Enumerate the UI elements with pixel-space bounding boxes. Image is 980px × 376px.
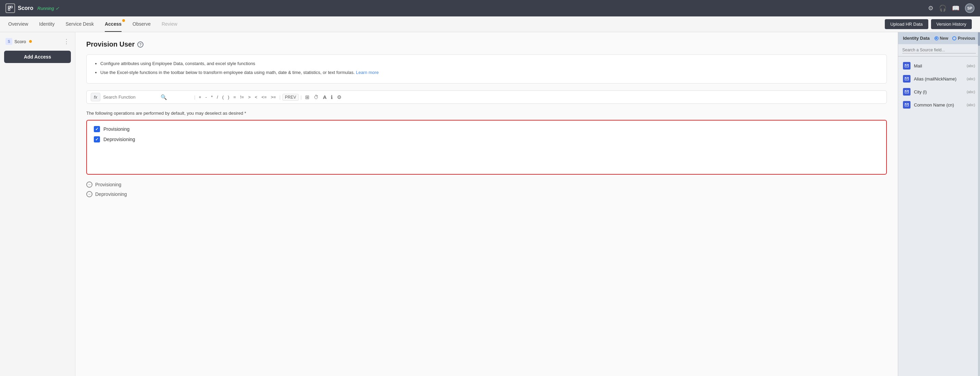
field-alias-icon <box>903 75 910 83</box>
right-panel-search <box>898 44 980 56</box>
tab-observe[interactable]: Observe <box>132 16 151 32</box>
right-panel-header: Identity Data New Previous <box>898 32 980 44</box>
top-bar-left: Scoro Running ✓ <box>5 3 59 13</box>
operations-label: The following operations are performed b… <box>86 111 887 116</box>
scrollbar-thumb <box>978 32 980 46</box>
field-cn-icon <box>903 101 910 108</box>
app-name: Scoro <box>18 5 33 11</box>
collapsed-deprovisioning: − Deprovisioning <box>86 191 887 197</box>
field-city-type: (abc) <box>967 90 975 94</box>
sidebar-brand-name: Scoro <box>14 39 26 44</box>
collapse-deprovisioning-icon[interactable]: − <box>86 191 92 197</box>
field-cn-type: (abc) <box>967 103 975 107</box>
prev-button[interactable]: PREV <box>283 94 299 101</box>
main-layout: S Scoro ⋮ Add Access Provision User ? Co… <box>0 32 980 376</box>
field-item-cn[interactable]: Common Name (cn) (abc) <box>898 98 980 111</box>
op-gt[interactable]: > <box>247 94 252 100</box>
book-icon[interactable]: 📖 <box>952 5 959 12</box>
op-minus[interactable]: - <box>204 94 208 100</box>
collapse-provisioning-icon[interactable]: − <box>86 182 92 188</box>
radio-group: New Previous <box>934 36 975 41</box>
op-plus[interactable]: + <box>197 94 203 100</box>
deprovisioning-label: Deprovisioning <box>103 137 135 142</box>
scrollbar-track[interactable] <box>978 32 980 376</box>
info-icon[interactable]: ℹ <box>329 94 334 101</box>
second-nav: Overview Identity Service Desk Access Ob… <box>0 16 980 32</box>
version-history-button[interactable]: Version History <box>931 19 972 29</box>
field-alias-type: (abc) <box>967 77 975 81</box>
info-bullet-2: Use the Excel-style functions in the too… <box>100 69 880 76</box>
provisioning-checkbox[interactable] <box>94 126 100 132</box>
clock-icon[interactable]: ⏱ <box>312 94 320 101</box>
text-icon[interactable]: A <box>321 94 328 101</box>
op-divide[interactable]: / <box>215 94 220 100</box>
op-notequals[interactable]: != <box>239 94 245 100</box>
settings-icon[interactable]: ⚙ <box>928 5 934 12</box>
config-icon[interactable]: ⚙ <box>336 94 343 101</box>
op-lt[interactable]: < <box>253 94 259 100</box>
op-rparen[interactable]: ) <box>226 94 231 100</box>
help-icon[interactable]: ? <box>137 41 143 48</box>
field-mail-type: (abc) <box>967 64 975 68</box>
info-bullet-1: Configure attributes using Employee Data… <box>100 60 880 67</box>
nav-buttons: Upload HR Data Version History <box>885 19 972 29</box>
grid-icon[interactable]: ⊞ <box>304 94 311 101</box>
sidebar-info-dot <box>29 40 32 43</box>
field-city-name: City (l) <box>914 89 963 94</box>
op-equals[interactable]: = <box>232 94 238 100</box>
search-function-input[interactable] <box>103 94 158 100</box>
running-status: Running ✓ <box>37 6 59 11</box>
top-bar-right: ⚙ 🎧 📖 SP <box>928 3 975 13</box>
sidebar-brand: S Scoro <box>5 38 32 45</box>
radio-previous[interactable]: Previous <box>952 36 975 41</box>
tab-identity[interactable]: Identity <box>39 16 54 32</box>
op-gte[interactable]: >= <box>269 94 277 100</box>
radio-previous-dot <box>952 36 956 40</box>
add-access-button[interactable]: Add Access <box>4 51 71 63</box>
op-multiply[interactable]: * <box>210 94 214 100</box>
tab-service-desk[interactable]: Service Desk <box>66 16 94 32</box>
logo-icon <box>5 3 15 13</box>
right-panel: Identity Data New Previous Mail <box>898 32 980 376</box>
field-item-city[interactable]: City (l) (abc) <box>898 85 980 98</box>
sidebar-brand-icon: S <box>5 38 12 45</box>
access-badge <box>122 19 125 22</box>
provisioning-label: Provisioning <box>103 126 129 132</box>
svg-rect-1 <box>11 6 12 8</box>
operations-box: Provisioning Deprovisioning <box>86 120 887 175</box>
main-content: Provision User ? Configure attributes us… <box>75 32 898 376</box>
radio-new-dot <box>934 36 939 40</box>
field-mail-name: Mail <box>914 63 963 69</box>
field-list: Mail (abc) Alias (mailNickName) (abc) Ci… <box>898 56 980 114</box>
app-logo: Scoro <box>5 3 33 13</box>
field-cn-name: Common Name (cn) <box>914 102 963 108</box>
tab-overview[interactable]: Overview <box>8 16 28 32</box>
svg-rect-2 <box>8 8 10 10</box>
page-title: Provision User <box>86 40 135 48</box>
source-field-search[interactable] <box>902 47 976 53</box>
field-alias-name: Alias (mailNickName) <box>914 76 963 81</box>
tab-review[interactable]: Review <box>162 16 177 32</box>
op-lte[interactable]: <= <box>260 94 268 100</box>
formula-toolbar: fx 🔍 | + - * / ( ) = != > < <= >= | PREV… <box>86 91 887 104</box>
learn-more-link[interactable]: Learn more <box>356 70 379 75</box>
field-item-mail[interactable]: Mail (abc) <box>898 59 980 72</box>
radio-new[interactable]: New <box>934 36 948 41</box>
sidebar-more-icon[interactable]: ⋮ <box>64 38 70 45</box>
field-item-alias[interactable]: Alias (mailNickName) (abc) <box>898 72 980 85</box>
search-icon[interactable]: 🔍 <box>159 94 169 101</box>
headset-icon[interactable]: 🎧 <box>939 5 947 12</box>
avatar[interactable]: SP <box>965 3 975 13</box>
sidebar: S Scoro ⋮ Add Access <box>0 32 75 376</box>
checkbox-provisioning: Provisioning <box>94 126 879 132</box>
fx-badge: fx <box>91 93 100 101</box>
nav-tabs: Overview Identity Service Desk Access Ob… <box>8 16 177 32</box>
page-title-row: Provision User ? <box>86 40 887 48</box>
upload-hr-data-button[interactable]: Upload HR Data <box>885 19 928 29</box>
tab-access[interactable]: Access <box>105 16 122 32</box>
collapsed-provisioning: − Provisioning <box>86 182 887 188</box>
deprovisioning-checkbox[interactable] <box>94 136 100 142</box>
svg-rect-0 <box>8 6 10 8</box>
sidebar-header: S Scoro ⋮ <box>4 38 71 45</box>
op-lparen[interactable]: ( <box>221 94 225 100</box>
